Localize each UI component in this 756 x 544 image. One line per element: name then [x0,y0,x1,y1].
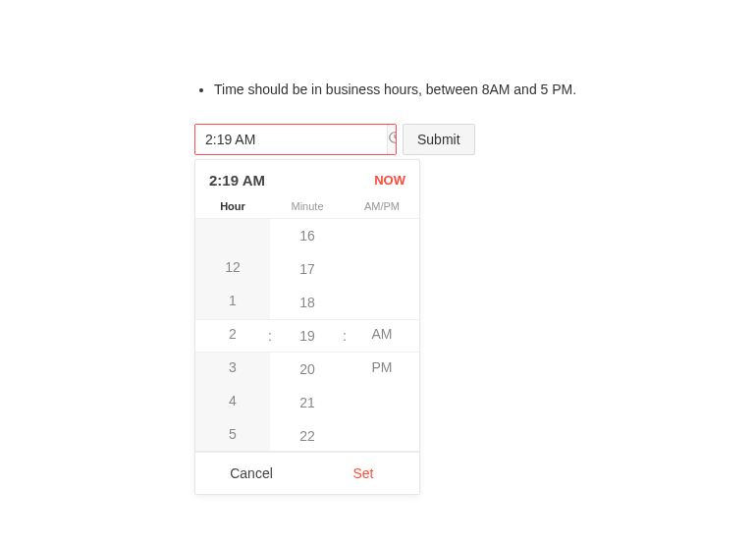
time-picker: 2:19 AM NOW Hour Minute AM/PM : : 12 1 2… [194,159,420,495]
minute-cell[interactable]: 18 [270,286,345,319]
ampm-cell [345,285,419,318]
ampm-cell [345,384,419,417]
minute-cell[interactable]: 17 [270,252,345,286]
hour-cell[interactable]: 1 [195,284,270,317]
picker-column-labels: Hour Minute AM/PM [195,196,419,218]
separator-colon-1: : [268,319,272,353]
ampm-column[interactable]: AM PM [345,219,419,451]
picker-spinner: : : 12 1 2 3 4 5 16 17 18 19 20 21 22 [195,218,419,452]
ampm-cell[interactable]: AM [345,317,419,351]
submit-button[interactable]: Submit [403,124,475,155]
hour-cell[interactable]: 4 [195,384,270,417]
minute-label: Minute [270,200,345,212]
hour-column[interactable]: 12 1 2 3 4 5 [195,219,270,451]
time-input-row: Submit [194,124,756,155]
clock-icon [388,131,397,147]
ampm-cell [345,417,419,451]
ampm-cell[interactable]: PM [345,351,419,384]
time-picker-header: 2:19 AM NOW [195,160,419,196]
cancel-button[interactable]: Cancel [195,453,307,494]
ampm-cell [345,251,419,285]
set-button[interactable]: Set [307,453,419,494]
time-input[interactable] [195,125,387,154]
minute-column[interactable]: 16 17 18 19 20 21 22 [270,219,345,451]
hour-cell[interactable]: 12 [195,250,270,284]
minute-cell[interactable]: 16 [270,219,345,252]
validation-note-text: Time should be in business hours, betwee… [214,82,576,97]
svg-line-2 [395,137,397,138]
time-input-wrap [194,124,397,155]
ampm-label: AM/PM [345,200,419,212]
clock-icon-button[interactable] [387,125,397,154]
hour-cell [195,219,270,250]
minute-cell[interactable]: 21 [270,386,345,419]
minute-cell[interactable]: 19 [270,319,345,353]
picker-actions: Cancel Set [195,452,419,494]
now-button[interactable]: NOW [374,173,405,188]
minute-cell[interactable]: 22 [270,419,345,453]
hour-cell[interactable]: 2 [195,317,270,351]
validation-note: Time should be in business hours, betwee… [214,81,756,100]
ampm-cell [345,219,419,252]
hour-cell[interactable]: 3 [195,351,270,384]
hour-label: Hour [195,200,270,212]
hour-cell[interactable]: 5 [195,417,270,451]
picker-display-time: 2:19 AM [209,172,265,189]
minute-cell[interactable]: 20 [270,353,345,386]
separator-colon-2: : [343,319,347,353]
